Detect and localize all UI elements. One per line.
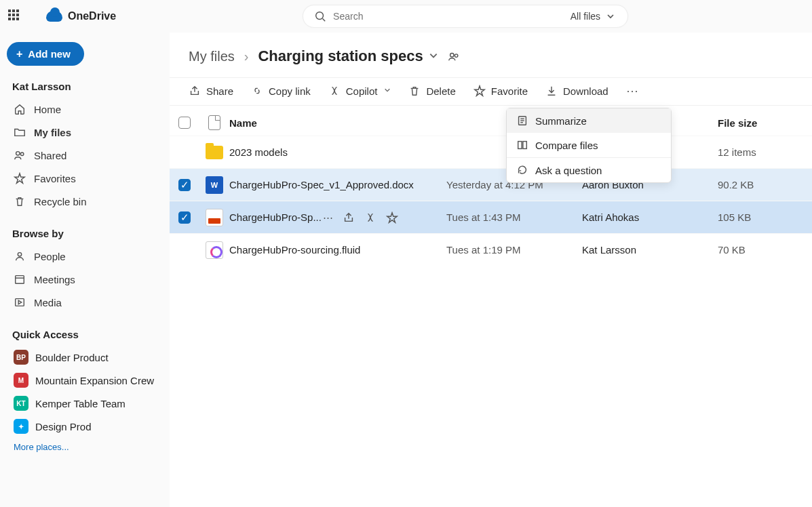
search-box[interactable]: All files — [303, 5, 628, 28]
copilot-button[interactable]: Copilot — [328, 85, 391, 97]
star-icon — [14, 172, 26, 184]
refresh-icon — [516, 164, 528, 176]
star-icon — [473, 85, 486, 97]
file-size: 90.2 KB — [718, 179, 799, 190]
sidebar-item-favorites[interactable]: Favorites — [7, 167, 163, 190]
breadcrumb-separator: › — [244, 49, 249, 64]
app-launcher-icon[interactable] — [8, 9, 22, 23]
breadcrumb-current-label: Charging station specs — [258, 47, 423, 65]
chevron-down-icon — [604, 10, 617, 22]
sidebar-item-my-files[interactable]: My files — [7, 121, 163, 144]
add-new-label: Add new — [28, 48, 71, 60]
calendar-icon — [14, 273, 26, 285]
media-icon — [14, 296, 26, 308]
delete-label: Delete — [426, 85, 455, 97]
svg-rect-8 — [16, 299, 24, 306]
copilot-dropdown: Summarize Compare files Ask a question — [506, 108, 672, 183]
quick-access-badge: ✦ — [14, 419, 28, 434]
file-type-icon — [208, 115, 220, 130]
column-name[interactable]: Name — [229, 117, 446, 129]
table-row[interactable]: ✓ W ChargeHubPro-Spec_v1_Approved.docx Y… — [170, 168, 812, 201]
download-button[interactable]: Download — [545, 85, 608, 97]
share-button[interactable]: Share — [189, 85, 233, 97]
svg-point-10 — [450, 54, 453, 57]
share-people-icon[interactable] — [448, 50, 460, 62]
app-logo-area[interactable]: OneDrive — [46, 10, 116, 22]
chevron-down-icon[interactable] — [429, 51, 438, 62]
select-all-checkbox[interactable] — [178, 117, 191, 129]
sidebar-item-people[interactable]: People — [7, 245, 163, 268]
breadcrumb-current: Charging station specs — [258, 47, 438, 65]
svg-marker-9 — [18, 300, 22, 304]
more-places-link[interactable]: More places... — [7, 438, 163, 456]
breadcrumb: My files › Charging station specs — [170, 41, 812, 77]
search-wrap: All files — [127, 5, 804, 28]
row-checkbox[interactable]: ✓ — [178, 211, 191, 224]
search-input[interactable] — [333, 11, 564, 22]
svg-point-0 — [316, 12, 324, 20]
summarize-icon — [516, 115, 528, 127]
copy-link-button[interactable]: Copy link — [251, 85, 311, 97]
copilot-icon[interactable] — [364, 211, 376, 224]
svg-rect-18 — [523, 142, 526, 149]
quick-access-item[interactable]: BP Boulder Product — [7, 346, 163, 369]
table-row[interactable]: ChargeHubPro-sourcing.fluid Tues at 1:19… — [170, 233, 812, 266]
copilot-compare-item[interactable]: Compare files — [507, 133, 671, 157]
file-size: 12 items — [718, 146, 799, 158]
quick-access-item[interactable]: M Mountain Expansion Crew — [7, 369, 163, 392]
sidebar-item-meetings[interactable]: Meetings — [7, 268, 163, 291]
quick-access-item[interactable]: ✦ Design Prod — [7, 415, 163, 438]
copy-link-label: Copy link — [269, 85, 311, 97]
copilot-summarize-item[interactable]: Summarize — [507, 108, 671, 133]
quick-access-heading: Quick Access — [12, 329, 157, 340]
file-modified-by: Kat Larsson — [582, 244, 718, 256]
star-icon[interactable] — [386, 211, 398, 224]
sidebar-item-home[interactable]: Home — [7, 98, 163, 121]
svg-point-5 — [18, 253, 21, 256]
link-icon — [251, 85, 263, 97]
sidebar-item-recycle-bin[interactable]: Recycle bin — [7, 190, 163, 213]
more-actions-button[interactable]: ⋯ — [626, 83, 638, 98]
svg-marker-19 — [387, 212, 397, 222]
more-icon[interactable]: ⋯ — [323, 211, 333, 224]
svg-point-11 — [455, 54, 458, 58]
row-checkbox[interactable]: ✓ — [178, 179, 191, 191]
copilot-icon — [328, 85, 341, 97]
svg-marker-4 — [15, 174, 24, 183]
file-modified: Tues at 1:19 PM — [446, 244, 582, 256]
share-icon[interactable] — [343, 211, 355, 224]
chevron-down-icon — [384, 87, 391, 95]
share-label: Share — [206, 85, 233, 97]
sidebar-item-label: My files — [34, 127, 71, 138]
delete-button[interactable]: Delete — [408, 85, 455, 97]
word-doc-icon: W — [206, 176, 223, 194]
table-row[interactable]: ✓ ChargeHubPro-Sp... ⋯ Tues at 1:43 PM K… — [170, 201, 812, 233]
copilot-ask-item[interactable]: Ask a question — [507, 158, 671, 182]
sidebar-item-media[interactable]: Media — [7, 291, 163, 314]
breadcrumb-parent[interactable]: My files — [189, 49, 235, 64]
svg-marker-12 — [475, 86, 484, 96]
add-new-button[interactable]: + Add new — [7, 42, 84, 66]
favorite-label: Favorite — [491, 85, 528, 97]
sidebar-item-label: Media — [34, 297, 62, 308]
browse-by-heading: Browse by — [12, 228, 157, 239]
quick-access-badge: M — [14, 373, 28, 388]
pdf-icon — [206, 209, 223, 226]
quick-access-item[interactable]: KT Kemper Table Team — [7, 392, 163, 415]
file-modified: Tues at 1:43 PM — [446, 211, 582, 223]
column-file-size[interactable]: File size — [718, 117, 799, 129]
copilot-summarize-label: Summarize — [535, 115, 587, 127]
onedrive-cloud-icon — [46, 11, 62, 22]
svg-point-2 — [16, 152, 20, 155]
quick-access-label: Mountain Expansion Crew — [35, 375, 154, 386]
copilot-compare-label: Compare files — [535, 140, 598, 151]
sidebar-item-shared[interactable]: Shared — [7, 144, 163, 167]
row-actions: ⋯ — [323, 211, 398, 224]
table-row[interactable]: 2023 models Kat Larsson 12 items — [170, 136, 812, 168]
sidebar-item-label: Favorites — [34, 173, 76, 184]
file-name: ChargeHubPro-sourcing.fluid — [229, 244, 360, 256]
search-filter-label: All files — [571, 11, 600, 22]
favorite-button[interactable]: Favorite — [473, 85, 528, 97]
share-icon — [189, 85, 201, 97]
search-filter-dropdown[interactable]: All files — [571, 10, 617, 22]
